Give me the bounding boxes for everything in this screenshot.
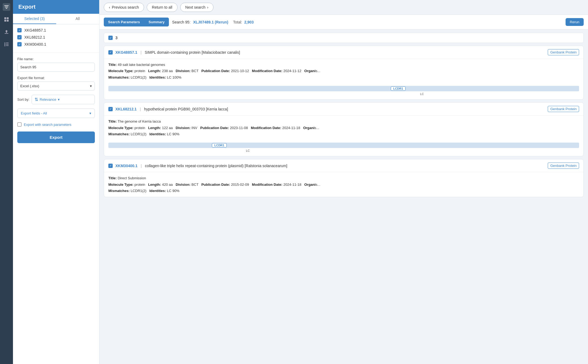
sort-row: Sort by: ⇅ Relevance ▾	[13, 93, 99, 106]
svg-rect-4	[7, 17, 9, 19]
search-id: XLJ07489.1 (Rerun)	[193, 20, 228, 24]
total-value: 2,903	[244, 20, 254, 24]
viz-region-0: LC	[419, 92, 579, 96]
export-format-label: Export file format:	[17, 76, 95, 80]
prev-search-button[interactable]: ‹ Previous search	[104, 3, 144, 12]
card-header-0: XKG48857.1 | SIMPL domain-containing pro…	[104, 46, 583, 59]
sort-icon: ⇅	[35, 97, 38, 102]
export-fields-chevron-icon: ▾	[89, 111, 91, 115]
result-card-1: XKL68212.1 | hypothetical protein PGB90_…	[104, 102, 584, 156]
tab-search-params[interactable]: Search Parameters	[104, 18, 144, 26]
result-checkbox-1[interactable]	[108, 107, 113, 111]
card-body-0: Title: 49 salt lake bacterial genomes Mo…	[104, 59, 583, 83]
card-meta-2: Molecule Type: protein Length: 420 aa Di…	[108, 181, 579, 188]
upload-icon[interactable]	[3, 28, 10, 36]
sort-value: Relevance	[40, 97, 56, 102]
result-card-2: XKM30400.1 | collagen-like triple helix …	[104, 159, 584, 197]
file-name-group: File name:	[13, 55, 99, 74]
card-pub-title-0: Title: 49 salt lake bacterial genomes	[108, 62, 579, 68]
result-source-2[interactable]: Genbank Protein	[548, 163, 579, 169]
total-label: Total:	[233, 20, 242, 24]
item-accession-2: XKM30400.1	[24, 42, 46, 46]
next-search-button[interactable]: Next search ›	[180, 3, 213, 12]
tab-selected[interactable]: Selected (3)	[13, 14, 56, 24]
search-tabs: Search Parameters Summary	[104, 18, 169, 26]
svg-rect-2	[6, 8, 7, 9]
filter-icon[interactable]	[3, 3, 10, 11]
list-item: XKG48857.1	[17, 28, 95, 32]
return-all-button[interactable]: Return to all	[147, 3, 177, 12]
sort-select[interactable]: ⇅ Relevance ▾	[32, 95, 95, 104]
card-pub-title-1: Title: The genome of Kerria lacca	[108, 118, 579, 124]
next-chevron-icon: ›	[207, 5, 208, 9]
list-icon[interactable]	[3, 41, 10, 48]
pipe-2: |	[141, 164, 142, 168]
result-accession-2[interactable]: XKM30400.1	[115, 164, 138, 168]
list-item: XKL68212.1	[17, 35, 95, 39]
viz-region-1: LC	[245, 149, 579, 152]
viz-bar-1: LCDR1	[108, 143, 579, 148]
tab-all[interactable]: All	[56, 14, 99, 24]
result-title-1: hypothetical protein PGB90_003703 [Kerri…	[144, 107, 545, 111]
divider-1	[13, 52, 99, 53]
result-accession-0[interactable]: XKG48857.1	[115, 50, 137, 55]
svg-rect-5	[4, 20, 6, 22]
main-content: ‹ Previous search Return to all Next sea…	[99, 0, 588, 364]
svg-rect-9	[6, 43, 9, 43]
svg-rect-3	[4, 17, 6, 19]
result-title-0: SIMPL domain-containing protein [Malacio…	[145, 50, 545, 55]
item-accession-1: XKL68212.1	[24, 35, 45, 39]
export-fields-button[interactable]: Export fields - All ▾	[17, 109, 95, 118]
item-accession-0: XKG48857.1	[24, 28, 46, 32]
svg-rect-11	[6, 44, 9, 45]
item-checkbox-2[interactable]	[17, 42, 22, 46]
file-name-input[interactable]	[17, 63, 95, 72]
card-header-1: XKL68212.1 | hypothetical protein PGB90_…	[104, 103, 583, 116]
item-checkbox-0[interactable]	[17, 28, 22, 32]
export-with-params-row[interactable]: Export with search parameters	[13, 120, 99, 129]
export-params-checkbox[interactable]	[17, 122, 22, 127]
sort-label: Sort by:	[17, 97, 29, 102]
result-accession-1[interactable]: XKL68212.1	[115, 107, 137, 111]
card-viz-0: LCDR1 LC	[104, 83, 583, 99]
rerun-button[interactable]: Rerun	[566, 18, 584, 26]
card-meta-1: Molecule Type: protein Length: 122 aa Di…	[108, 125, 579, 131]
card-meta-0: Molecule Type: protein Length: 238 aa Di…	[108, 68, 579, 74]
result-source-0[interactable]: Genbank Protein	[548, 49, 579, 55]
item-checkbox-1[interactable]	[17, 35, 22, 39]
sidebar: Export Selected (3) All XKG48857.1 XKL68…	[13, 0, 99, 364]
count-value: 3	[115, 36, 118, 40]
svg-rect-7	[5, 33, 8, 34]
list-item: XKM30400.1	[17, 42, 95, 46]
viz-label-0: LCDR1	[391, 86, 406, 91]
card-matches-1: Mismatches: LCDR1(2) Identities: LC 90%	[108, 131, 579, 137]
export-format-select[interactable]: Excel (.xlsx) ▾	[17, 82, 95, 90]
viz-bar-0: LCDR1	[108, 86, 579, 91]
card-pub-title-2: Title: Direct Submission	[108, 175, 579, 181]
export-button[interactable]: Export	[17, 132, 95, 143]
export-fields-label: Export fields - All	[21, 111, 47, 115]
return-all-label: Return to all	[152, 5, 172, 9]
prev-chevron-icon: ‹	[109, 5, 110, 9]
viz-label-1: LCDR1	[212, 143, 227, 147]
svg-rect-0	[4, 5, 9, 6]
card-body-1: Title: The genome of Kerria lacca Molecu…	[104, 116, 583, 140]
result-source-1[interactable]: Genbank Protein	[548, 106, 579, 112]
icon-rail	[0, 0, 13, 364]
count-checkbox[interactable]	[108, 36, 113, 40]
result-checkbox-2[interactable]	[108, 164, 113, 168]
card-viz-1: LCDR1 LC	[104, 140, 583, 156]
result-checkbox-0[interactable]	[108, 50, 113, 55]
svg-rect-1	[5, 7, 8, 7]
export-params-label: Export with search parameters	[24, 123, 71, 127]
card-body-2: Title: Direct Submission Molecule Type: …	[104, 172, 583, 197]
search-bar: Search Parameters Summary Search 95: XLJ…	[99, 15, 588, 29]
tab-summary[interactable]: Summary	[144, 18, 169, 26]
pipe-1: |	[140, 107, 141, 111]
export-format-value: Excel (.xlsx)	[20, 84, 39, 88]
grid-icon[interactable]	[3, 16, 10, 23]
card-header-2: XKM30400.1 | collagen-like triple helix …	[104, 159, 583, 172]
results-area: 3 XKG48857.1 | SIMPL domain-containing p…	[99, 29, 588, 364]
sort-chevron-icon: ▾	[58, 97, 60, 102]
prev-search-label: Previous search	[112, 5, 139, 9]
